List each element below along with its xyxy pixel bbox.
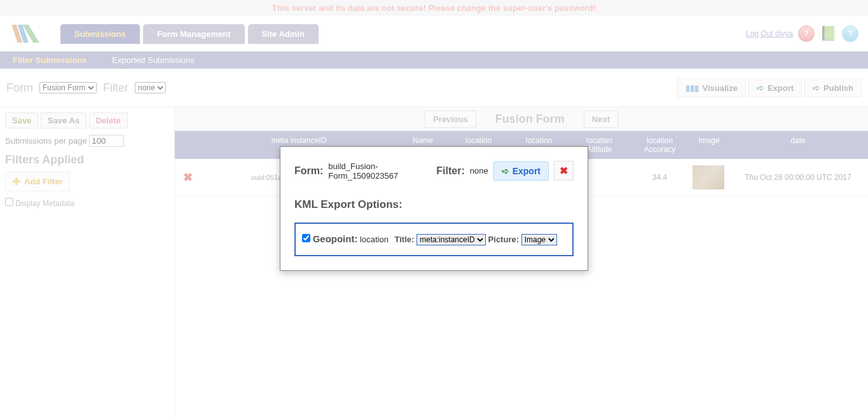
export-button[interactable]: ➪Export	[748, 78, 802, 97]
picture-select[interactable]: Image	[521, 234, 557, 245]
next-button[interactable]: Next	[584, 111, 618, 128]
toolbar: Form Fusion Form Filter none ▮▮▮Visualiz…	[0, 69, 868, 107]
visualize-button[interactable]: ▮▮▮Visualize	[677, 78, 745, 97]
title-label: Title:	[395, 235, 415, 244]
col-img: Image	[690, 131, 728, 159]
col-acc: location Accuracy	[630, 131, 690, 159]
modal-filter-value: none	[470, 166, 488, 175]
arrow-right-icon: ➪	[757, 83, 764, 93]
export-modal: Form: build_Fusion-Form_1509023567 Filte…	[280, 146, 588, 271]
modal-form-label: Form:	[294, 165, 323, 177]
previous-button[interactable]: Previous	[425, 111, 476, 128]
display-metadata-label: Display Metadata	[15, 199, 74, 208]
cell-acc: 34.4	[630, 167, 690, 188]
save-button[interactable]: Save	[5, 113, 38, 128]
modal-filter-label: Filter:	[436, 165, 464, 177]
tab-submissions[interactable]: Submissions	[60, 24, 140, 44]
publish-button[interactable]: ➪Publish	[804, 78, 862, 97]
docs-icon[interactable]: 📗	[820, 25, 837, 42]
filter-select[interactable]: none	[135, 82, 166, 93]
modal-close-button[interactable]: ✖	[554, 161, 574, 181]
plus-icon: ✚	[12, 175, 20, 188]
form-label: Form	[6, 81, 33, 95]
subnav-exported-submissions[interactable]: Exported Submissions	[112, 55, 194, 65]
modal-form-value: build_Fusion-Form_1509023567	[328, 161, 431, 181]
kml-options-box: Geopoint: location Title: meta:instanceI…	[294, 223, 574, 256]
delete-button[interactable]: Delete	[89, 113, 128, 128]
tab-form-management[interactable]: Form Management	[143, 24, 245, 44]
logout-link[interactable]: Log Out divya	[746, 29, 793, 38]
per-page-input[interactable]	[89, 135, 124, 147]
col-date: date	[728, 131, 868, 159]
header: Submissions Form Management Site Admin L…	[0, 16, 868, 52]
display-metadata-checkbox[interactable]	[5, 198, 13, 206]
geopoint-value: location	[360, 235, 389, 244]
logo	[10, 21, 41, 46]
add-filter-button[interactable]: ✚ Add Filter	[5, 172, 70, 191]
subnav-filter-submissions[interactable]: Filter Submissions	[13, 55, 86, 65]
per-page-label: Submissions per page	[5, 136, 87, 146]
modal-heading: KML Export Options:	[294, 198, 574, 211]
save-as-button[interactable]: Save As	[41, 113, 86, 128]
support-icon[interactable]: ?	[842, 25, 858, 42]
modal-export-button[interactable]: ➪ Export	[493, 161, 549, 181]
content-title: Fusion Form	[495, 113, 565, 126]
arrow-right-icon: ➪	[813, 83, 820, 93]
filters-applied-heading: Filters Applied	[5, 153, 169, 167]
delete-row-icon[interactable]: ✖	[183, 171, 193, 184]
tab-site-admin[interactable]: Site Admin	[248, 24, 319, 44]
geopoint-checkbox[interactable]	[302, 234, 310, 242]
sidebar: Save Save As Delete Submissions per page…	[0, 107, 175, 419]
arrow-right-icon: ➪	[502, 166, 509, 176]
help-icon[interactable]: ?	[798, 25, 815, 42]
sub-nav: Filter Submissions Exported Submissions	[0, 52, 868, 69]
thumbnail-image[interactable]	[692, 165, 724, 189]
picture-label: Picture:	[488, 235, 519, 244]
form-select[interactable]: Fusion Form	[39, 82, 97, 93]
filter-label: Filter	[103, 81, 128, 95]
bar-chart-icon: ▮▮▮	[685, 83, 699, 93]
geopoint-label: Geopoint:	[313, 233, 358, 244]
cell-date: Thu Oct 26 00:00:00 UTC 2017	[728, 167, 868, 188]
warning-bar: This server and its data are not secure!…	[0, 0, 868, 16]
title-select[interactable]: meta:instanceID	[417, 234, 486, 245]
